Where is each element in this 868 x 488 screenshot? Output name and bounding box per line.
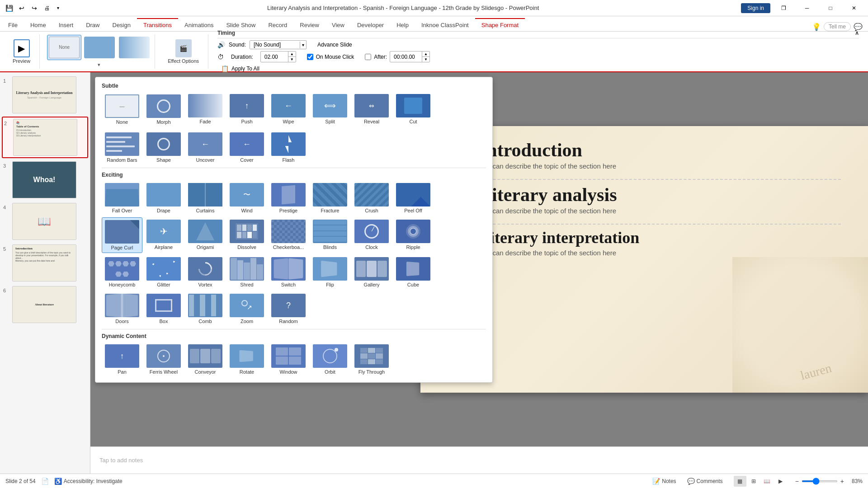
view-slide-sorter-btn[interactable]: ⊞ <box>747 476 760 487</box>
after-checkbox[interactable] <box>365 54 371 60</box>
transition-fracture[interactable]: Fracture <box>310 181 350 216</box>
transition-cut[interactable]: Cut <box>393 92 434 127</box>
transition-comb[interactable]: Comb <box>185 291 226 326</box>
view-slideshow-btn[interactable]: ▶ <box>774 476 787 487</box>
transition-morph-thumb[interactable] <box>83 35 116 60</box>
transition-origami[interactable]: Origami <box>185 217 226 253</box>
preview-button[interactable]: ▶ Preview <box>9 38 34 66</box>
duration-up-btn[interactable]: ▲ <box>288 52 296 56</box>
slide-thumb-5[interactable]: 5 Introduction You can give a brief desc… <box>2 243 88 283</box>
dropdown-icon[interactable]: ▾ <box>54 3 61 14</box>
notes-placeholder[interactable]: Tap to add notes <box>99 457 143 464</box>
transitions-dropdown-btn[interactable]: ▾ <box>94 61 104 69</box>
redo-icon[interactable]: ↪ <box>29 3 40 14</box>
zoom-out-btn[interactable]: − <box>794 477 800 486</box>
transition-zoom[interactable]: ↗ Zoom <box>226 291 267 326</box>
transition-shape[interactable]: Shape <box>143 130 184 165</box>
transition-clock[interactable]: Clock <box>351 217 392 253</box>
transition-cube[interactable]: Cube <box>393 255 434 290</box>
slide-thumb-3[interactable]: 3 Whoa! <box>2 160 88 200</box>
transition-box[interactable]: Box <box>143 291 184 326</box>
zoom-in-btn[interactable]: + <box>840 477 845 486</box>
slide-thumb-6[interactable]: 6 About literature <box>2 285 88 324</box>
accessibility-indicator[interactable]: ♿ Accessibility: Investigate <box>54 478 123 485</box>
transition-ripple[interactable]: Ripple <box>393 217 434 253</box>
duration-input[interactable] <box>261 53 288 61</box>
transition-curtains[interactable]: Curtains <box>185 181 226 216</box>
slide-thumb-4[interactable]: 4 📖 <box>2 202 88 241</box>
transition-doors[interactable]: Doors <box>102 291 142 326</box>
after-up-btn[interactable]: ▲ <box>422 52 429 56</box>
tab-home[interactable]: Home <box>24 19 52 31</box>
transition-reveal[interactable]: ⇔ Reveal <box>351 92 392 127</box>
after-input[interactable] <box>390 53 422 61</box>
transition-wipe[interactable]: ← Wipe <box>268 92 309 127</box>
transition-page-curl[interactable]: Page Curl <box>102 217 142 253</box>
quick-access-icon[interactable]: 🖨 <box>42 3 52 14</box>
effect-options-button[interactable]: 🎬 Effect Options <box>164 38 203 66</box>
transition-cover[interactable]: ← Cover <box>226 130 267 165</box>
transition-honeycomb[interactable]: Honeycomb <box>102 255 142 290</box>
transition-blinds[interactable]: Blinds <box>310 217 350 253</box>
transition-window[interactable]: Window <box>268 342 309 377</box>
on-mouse-click-checkbox[interactable] <box>307 54 313 60</box>
sound-dropdown-btn[interactable]: ▾ <box>300 42 306 48</box>
transition-prestige[interactable]: Prestige <box>268 181 309 216</box>
transition-checkerboard[interactable]: Checkerboa... <box>268 217 309 253</box>
view-normal-btn[interactable]: ▦ <box>734 476 746 487</box>
transition-dissolve[interactable]: Dissolve <box>226 217 267 253</box>
transition-morph[interactable]: Morph <box>143 92 184 127</box>
maximize-btn[interactable]: □ <box>820 1 841 15</box>
close-btn[interactable]: ✕ <box>844 1 864 15</box>
slide-thumb-1[interactable]: 1 Literary Analysis and Interpretation S… <box>2 75 88 115</box>
transition-push[interactable]: ↑ Push <box>226 92 267 127</box>
transition-random[interactable]: ? Random <box>268 291 309 326</box>
transition-vortex[interactable]: Vortex <box>185 255 226 290</box>
transition-crush[interactable]: Crush <box>351 181 392 216</box>
transition-fade-thumb[interactable] <box>118 35 151 60</box>
transition-wind[interactable]: 〜 Wind <box>226 181 267 216</box>
transition-split[interactable]: ⟺ Split <box>310 92 350 127</box>
comments-btn[interactable]: 💬 Comments <box>684 477 726 486</box>
duration-down-btn[interactable]: ▼ <box>288 56 296 62</box>
tab-draw[interactable]: Draw <box>80 19 106 31</box>
transition-shred[interactable]: Shred <box>226 255 267 290</box>
sound-input[interactable] <box>250 41 300 49</box>
transition-glitter[interactable]: Glitter <box>143 255 184 290</box>
undo-icon[interactable]: ↩ <box>16 3 27 14</box>
apply-to-all-button[interactable]: 📋 Apply To All <box>217 64 263 73</box>
save-icon[interactable]: 💾 <box>4 3 14 14</box>
transition-flash[interactable]: Flash <box>268 130 309 165</box>
timing-collapse-icon[interactable]: ∧ <box>855 30 859 36</box>
tab-design[interactable]: Design <box>106 19 137 31</box>
transition-uncover[interactable]: ← Uncover <box>185 130 226 165</box>
slide-layout-icon[interactable]: 📄 <box>41 478 49 485</box>
transition-rotate[interactable]: Rotate <box>226 342 267 377</box>
tab-transitions[interactable]: Transitions <box>137 18 178 31</box>
transition-conveyor[interactable]: Conveyor <box>185 342 226 377</box>
transition-pan[interactable]: ↑ Pan <box>102 342 142 377</box>
minimize-btn[interactable]: ─ <box>797 1 817 15</box>
transition-flip[interactable]: Flip <box>310 255 350 290</box>
transition-ferris-wheel[interactable]: Ferris Wheel <box>143 342 184 377</box>
view-reading-btn[interactable]: 📖 <box>761 476 774 487</box>
tab-insert[interactable]: Insert <box>52 19 80 31</box>
slide-thumb-2[interactable]: 2 📚 Table of Contents 01 Introduction 02… <box>2 117 88 158</box>
after-down-btn[interactable]: ▼ <box>422 56 429 62</box>
transition-fall-over[interactable]: Fall Over <box>102 181 142 216</box>
transition-airplane[interactable]: ✈ Airplane <box>143 217 184 253</box>
transition-gallery[interactable]: Gallery <box>351 255 392 290</box>
transition-orbit[interactable]: Orbit <box>310 342 350 377</box>
transition-peel-off[interactable]: Peel Off <box>393 181 434 216</box>
sign-in-button[interactable]: Sign in <box>741 3 770 13</box>
zoom-slider[interactable] <box>802 480 838 482</box>
transition-none[interactable]: — None <box>102 92 142 127</box>
transition-none-thumb[interactable]: None <box>47 35 81 60</box>
transition-drape[interactable]: Drape <box>143 181 184 216</box>
notes-btn[interactable]: 📝 Notes <box>649 477 679 486</box>
restore-btn[interactable]: ❐ <box>773 1 794 15</box>
transition-fade[interactable]: Fade <box>185 92 226 127</box>
transition-fly-through[interactable]: Fly Through <box>351 342 392 377</box>
tab-file[interactable]: File <box>2 19 24 31</box>
transition-random-bars[interactable]: Random Bars <box>102 130 142 165</box>
